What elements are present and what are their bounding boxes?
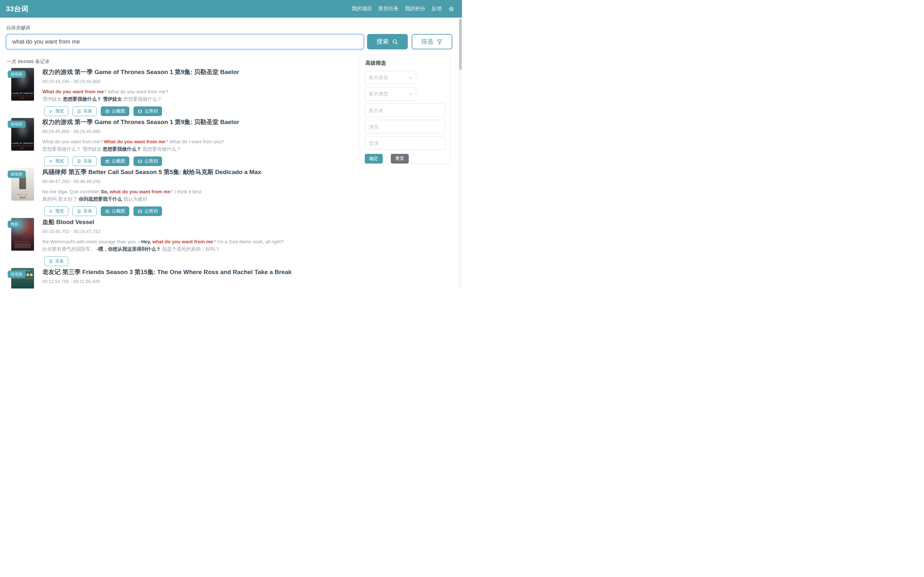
subtitle-chinese: 您想要我做什么？ 雪伊妓女 您想要我做什么？ 我想要你做什么？	[42, 145, 239, 153]
page-scrollbar-thumb[interactable]	[459, 19, 462, 70]
result-item: BLOOD VESSEL电影血船 Blood Vessel00:15:45,75…	[11, 218, 359, 266]
nav-link-my-points[interactable]: 我的积分	[405, 5, 425, 12]
film-icon	[137, 159, 142, 164]
nav-link-feedback[interactable]: 反馈	[431, 5, 442, 12]
cloud-clip-button[interactable]: 云剪切	[134, 156, 162, 166]
preview-button[interactable]: 预览	[44, 156, 68, 166]
action-button-label: 云剪切	[144, 208, 158, 214]
cloud-clip-button[interactable]: 云剪切	[134, 106, 162, 116]
cloud-screenshot-button[interactable]: 云截图	[101, 106, 129, 116]
gear-icon[interactable]	[448, 5, 455, 13]
result-count: 一共 664486 条记录	[7, 59, 49, 65]
subtitle-segment-highlight: What do you want from me	[42, 89, 104, 94]
subtitle-segment-emphasis: So,	[101, 189, 110, 194]
action-button-label: 采集	[83, 108, 92, 114]
category-badge: 连续剧	[8, 271, 26, 278]
film-icon	[137, 109, 142, 114]
cloud-screenshot-button[interactable]: 云截图	[101, 156, 129, 166]
collect-button[interactable]: 采集	[73, 206, 97, 216]
subtitle-segment-context: 比你更有勇气的国防军。	[42, 246, 97, 251]
camera-icon	[105, 159, 110, 164]
subtitle-chinese: 真的吗 那太好了 你到底想要我干什么 我认为最好	[42, 195, 261, 203]
movie-name-input[interactable]	[365, 103, 445, 117]
confirm-button[interactable]: 确定	[365, 154, 383, 163]
subtitle-segment-emphasis: -嘿，你想从我这里得到什么？	[97, 246, 161, 251]
search-button-label: 搜索	[376, 37, 389, 46]
result-actions: 预览采集云截图云剪切	[44, 106, 239, 116]
search-icon	[392, 39, 399, 45]
subtitle-segment-highlight: what do you want from me	[152, 239, 213, 244]
nav-links: 我的项目剪切任务我的积分反馈	[352, 5, 455, 13]
select-placeholder: 影片语言	[369, 75, 388, 81]
subtitle-segment-context: 我想要你做什么？	[141, 146, 181, 152]
search-label: 台词关键词	[6, 25, 30, 31]
filter-button[interactable]: 筛选	[412, 34, 452, 49]
funnel-icon	[436, 39, 443, 45]
director-input[interactable]	[365, 136, 445, 150]
results-list: GAME OF THRONESYOU WIN OR YOU DIEHBO连续剧权…	[11, 68, 359, 288]
collect-button[interactable]: 采集	[44, 256, 68, 266]
chevron-down-icon	[409, 75, 413, 80]
movie-poster[interactable]: F·R·I·E·N·D·STHE COMPLETE THIRD SEASON连续…	[11, 268, 34, 288]
movie-type-select[interactable]: 影片类型	[365, 87, 416, 101]
subtitle-english: No me diga. Que increíble! So, what do y…	[42, 188, 261, 195]
action-button-label: 云截图	[111, 108, 125, 114]
result-title[interactable]: 老友记 第三季 Friends Season 3 第15集: The One W…	[42, 268, 339, 276]
subtitle-segment-context: 我是个该死的厨师，好吗？	[161, 246, 220, 251]
subtitle-english: the Wehrmacht with more courage than you…	[42, 238, 284, 245]
category-badge: 电影	[8, 221, 21, 228]
navbar: 33台词 我的项目剪切任务我的积分反馈	[0, 0, 462, 18]
brand-logo[interactable]: 33台词	[6, 4, 28, 14]
result-title[interactable]: 风骚律师 第五季 Better Call Saul Season 5 第5集: …	[42, 168, 261, 176]
nav-link-clip-tasks[interactable]: 剪切任务	[378, 5, 399, 12]
subtitle-segment-context: 真的吗 那太好了	[42, 196, 79, 201]
action-button-label: 云截图	[111, 158, 125, 164]
subtitle-segment-context: ? What do I want from you?	[165, 139, 224, 144]
result-item: GAME OF THRONESYOU WIN OR YOU DIEHBO连续剧权…	[11, 118, 359, 165]
result-title[interactable]: 血船 Blood Vessel	[42, 218, 284, 226]
reset-button[interactable]: 重置	[391, 154, 409, 163]
subtitle-segment-highlight: what do you want from me	[110, 189, 170, 194]
result-title[interactable]: 权力的游戏 第一季 Game of Thrones Season 1 第9集: …	[42, 68, 239, 76]
cloud-screenshot-button[interactable]: 云截图	[101, 206, 129, 216]
result-timecode: 00:15:45,752 - 00:15:47,752	[42, 229, 284, 234]
movie-poster[interactable]: BETTER CALLSaul连续剧	[11, 168, 34, 201]
preview-button[interactable]: 预览	[44, 206, 68, 216]
camera-icon	[105, 109, 110, 114]
subtitle-chinese: 雪伊妓女 您想要我做什么？ 雪伊妓女 您想要我做什么？	[42, 95, 239, 103]
camera-icon	[105, 209, 110, 214]
preview-button[interactable]: 预览	[44, 106, 68, 116]
advanced-filter-panel: 高级筛选 影片语言影片类型 确定 重置	[360, 55, 451, 164]
search-button[interactable]: 搜索	[367, 34, 408, 49]
result-timecode: 00:25:44,240 - 00:25:45,800	[42, 79, 239, 84]
subtitle-english: I mean, I don't feel like I have a girlf…	[42, 288, 339, 288]
result-item: GAME OF THRONESYOU WIN OR YOU DIEHBO连续剧权…	[11, 68, 359, 115]
action-button-label: 预览	[55, 108, 64, 114]
collect-button[interactable]: 采集	[73, 156, 97, 166]
result-title[interactable]: 权力的游戏 第一季 Game of Thrones Season 1 第9集: …	[42, 118, 239, 126]
nav-link-my-projects[interactable]: 我的项目	[352, 5, 372, 12]
subtitle-segment-context: ? I'm a God damn cook, all right?	[213, 239, 284, 244]
result-actions: 预览采集云截图云剪切	[44, 156, 239, 166]
subtitle-english: What do you want from me? What do you wa…	[42, 138, 239, 145]
subtitle-segment-context: No me diga. Que increíble!	[42, 189, 101, 194]
result-timecode: 00:11:54,750 - 00:11:56,420	[42, 279, 339, 284]
cloud-clip-button[interactable]: 云剪切	[134, 206, 162, 216]
search-row: 搜索 筛选	[6, 34, 452, 49]
movie-language-select[interactable]: 影片语言	[365, 71, 416, 84]
movie-poster[interactable]: GAME OF THRONESYOU WIN OR YOU DIEHBO连续剧	[11, 118, 34, 151]
action-button-label: 预览	[55, 208, 64, 214]
bookmark-plus-icon	[77, 209, 81, 214]
collect-button[interactable]: 采集	[73, 106, 97, 116]
search-input[interactable]	[6, 34, 364, 49]
select-placeholder: 影片类型	[369, 91, 388, 97]
movie-poster[interactable]: GAME OF THRONESYOU WIN OR YOU DIEHBO连续剧	[11, 68, 34, 101]
subtitle-segment-emphasis: 你到底想要我干什么	[79, 196, 122, 201]
actor-input[interactable]	[365, 120, 445, 133]
bookmark-plus-icon	[77, 109, 81, 114]
play-icon	[48, 209, 53, 214]
film-icon	[137, 209, 142, 214]
action-button-label: 云剪切	[144, 158, 158, 164]
result-item: F·R·I·E·N·D·STHE COMPLETE THIRD SEASON连续…	[11, 268, 359, 288]
movie-poster[interactable]: BLOOD VESSEL电影	[11, 218, 34, 251]
